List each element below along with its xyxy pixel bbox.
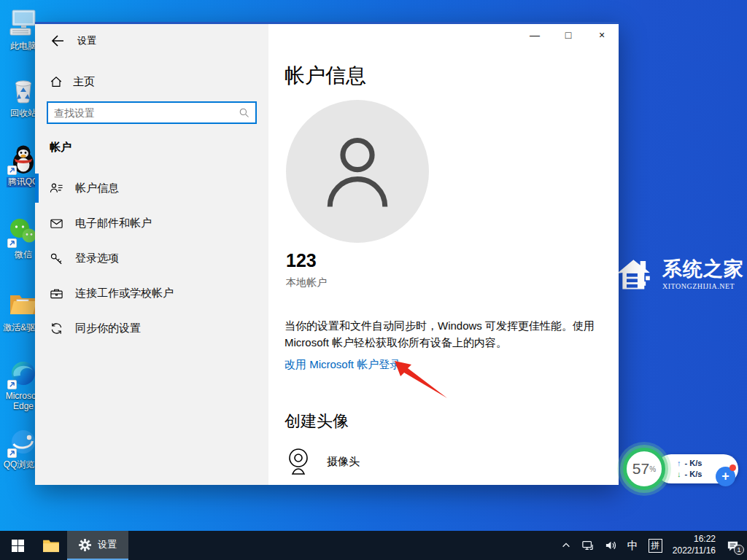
tray-chevron-up-icon[interactable] [561,540,571,551]
sidebar-item-label: 同步你的设置 [75,322,141,335]
taskbar-clock[interactable]: 16:22 2022/11/16 [673,534,716,556]
sync-icon [50,322,63,335]
settings-window: 设置 主页 帐户 帐户信息 电子邮件和帐户 登录选项 [35,22,619,485]
taskbar: 设置 中 拼 16:22 2022/11/16 1 [0,531,747,560]
xitongzhijia-logo-icon [616,252,658,294]
shortcut-arrow-icon [7,448,17,458]
watermark: 系统之家 XITONGZHIJIA.NET [616,252,744,294]
windows-logo-icon [12,540,24,552]
download-speed-row: ↓ - K/s [677,470,702,479]
sidebar-item-email-accounts[interactable]: 电子邮件和帐户 [35,209,268,238]
network-speed-pill: ↑ - K/s ↓ - K/s + [657,454,738,483]
percent-sign: % [649,465,656,473]
email-icon [50,217,63,230]
upload-speed-row: ↑ - K/s [677,459,702,468]
desktop-icon-label: 回收站 [10,109,36,119]
download-arrow-icon: ↓ [677,470,681,479]
back-arrow-icon [50,33,66,49]
start-button[interactable] [0,531,35,560]
notification-badge: 1 [734,545,744,555]
sidebar-item-label: 连接工作或学校帐户 [75,287,174,300]
ime-language-indicator[interactable]: 中 [627,539,638,553]
sidebar-item-label: 登录选项 [75,252,119,265]
shortcut-arrow-icon [7,380,17,389]
gear-icon [79,539,91,551]
account-info-page: 帐户信息 123 本地帐户 当你的设置和文件自动同步时，Windows 可发挥更… [268,24,619,485]
speed-widget[interactable]: ↑ - K/s ↓ - K/s + 57 % [622,446,741,491]
taskbar-app-settings[interactable]: 设置 [67,531,128,560]
sidebar-item-work-school-account[interactable]: 连接工作或学校帐户 [35,279,268,308]
search-input[interactable] [48,107,239,119]
key-icon [50,252,63,265]
system-tray: 中 拼 16:22 2022/11/16 1 [561,531,747,560]
page-title: 帐户信息 [285,62,366,90]
folder-icon [42,538,60,553]
memory-usage-ring[interactable]: 57 % [623,448,665,490]
sidebar-section-label: 帐户 [50,141,71,155]
search-icon[interactable] [239,107,249,118]
camera-label: 摄像头 [327,455,360,469]
watermark-title: 系统之家 [662,256,744,282]
sidebar-item-sync-settings[interactable]: 同步你的设置 [35,314,268,343]
upload-speed: - K/s [685,459,703,468]
create-avatar-title: 创建头像 [285,411,349,432]
volume-icon[interactable] [605,540,617,551]
usage-percent: 57 [632,460,649,478]
back-button[interactable] [50,33,66,49]
action-center-button[interactable]: 1 [726,540,740,552]
account-description: 当你的设置和文件自动同步时，Windows 可发挥更佳性能。使用 Microso… [285,317,597,351]
settings-content-pane: — □ × 帐户信息 123 本地帐户 当你的设置和文件自动同步时，Window… [268,24,619,485]
desktop-icon-label: 微信 [15,250,32,260]
clock-time: 16:22 [673,534,716,545]
window-title: 设置 [77,34,96,47]
camera-option[interactable]: 摄像头 [286,447,360,476]
switch-to-microsoft-account-link[interactable]: 改用 Microsoft 帐户登录 [285,358,400,372]
sidebar-item-account-info[interactable]: 帐户信息 [35,174,268,203]
sidebar-item-label: 电子邮件和帐户 [75,217,152,230]
sidebar-item-label: 帐户信息 [75,182,119,195]
home-icon [50,75,63,88]
settings-sidebar: 设置 主页 帐户 帐户信息 电子邮件和帐户 登录选项 [35,24,268,485]
settings-search [47,101,257,124]
download-speed: - K/s [685,470,703,479]
user-avatar [286,100,429,243]
account-info-icon [50,182,63,195]
sidebar-item-home[interactable]: 主页 [35,68,268,96]
user-name: 123 [286,250,317,271]
clock-date: 2022/11/16 [673,545,716,557]
watermark-site: XITONGZHIJIA.NET [662,282,744,290]
desktop-icon-label: 此电脑 [10,42,36,52]
shortcut-arrow-icon [7,166,17,175]
sidebar-item-signin-options[interactable]: 登录选项 [35,244,268,273]
briefcase-icon [50,287,63,300]
shortcut-arrow-icon [7,238,17,248]
desktop: 此电脑 回收站 腾讯QQ 微信 激活&驱动 Microsoft Edge [0,0,747,560]
upload-arrow-icon: ↑ [677,459,681,468]
file-explorer-button[interactable] [35,531,67,560]
network-icon[interactable] [581,540,595,551]
taskbar-app-label: 设置 [98,538,117,551]
avatar-person-icon [314,124,400,219]
sidebar-item-label: 主页 [73,75,95,89]
account-type: 本地帐户 [286,276,327,289]
webcam-icon [286,447,311,476]
ime-mode-indicator[interactable]: 拼 [649,539,662,553]
widget-alert-dot [729,464,736,471]
